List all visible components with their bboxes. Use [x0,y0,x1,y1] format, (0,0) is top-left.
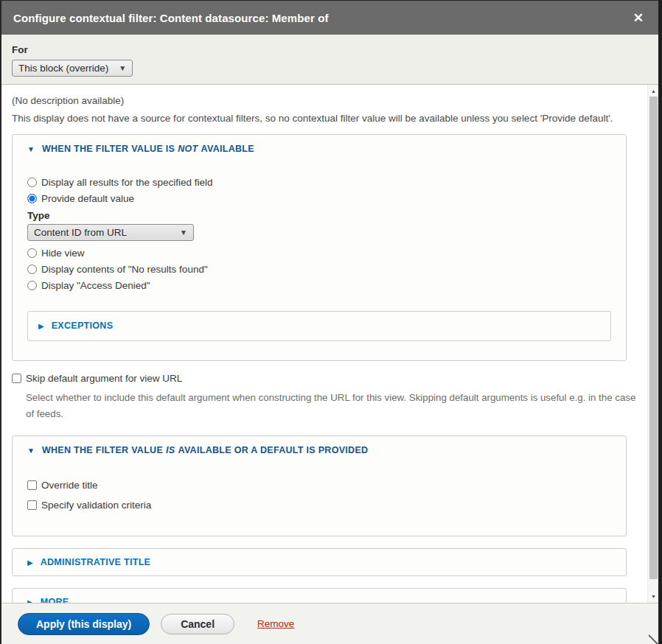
override-title-label: Override title [41,480,98,491]
radio-icon[interactable] [27,281,37,290]
skip-default-argument-label: Skip default argument for view URL [26,373,182,384]
resize-grip-icon[interactable] [649,634,658,644]
expand-arrow-icon: ▶ [27,559,33,567]
type-select-value: Content ID from URL [34,227,127,238]
collapse-arrow-icon: ▼ [27,447,35,455]
fieldset-administrative-title: ▶ ADMINISTRATIVE TITLE [12,548,627,576]
dialog-titlebar: Configure contextual filter: Content dat… [1,1,658,35]
for-label: For [12,44,648,55]
chevron-down-icon: ▼ [180,228,187,237]
collapse-arrow-icon: ▼ [27,145,35,153]
for-section: For This block (override) ▼ [1,35,658,85]
fieldset-exceptions-toggle[interactable]: ▶ EXCEPTIONS [38,321,600,331]
radio-label: Display "Access Denied" [41,280,150,291]
fieldset-not-available-toggle[interactable]: ▼ WHEN THE FILTER VALUE ISNOTAVAILABLE [27,144,611,154]
fieldset-administrative-title-toggle[interactable]: ▶ ADMINISTRATIVE TITLE [27,557,611,567]
radio-option-display-all[interactable]: Display all results for the specified fi… [27,174,611,190]
close-icon[interactable]: ✕ [630,10,647,26]
for-select-value: This block (override) [18,63,108,74]
fieldset-administrative-title-label: ADMINISTRATIVE TITLE [41,557,151,567]
fieldset-more-toggle[interactable]: ▶ MORE [27,597,611,603]
radio-label: Provide default value [41,193,134,204]
specify-validation-label: Specify validation criteria [41,500,151,511]
vertical-scrollbar[interactable]: ▲ ▼ [647,85,658,603]
radio-label: Display contents of "No results found" [41,264,208,275]
fieldset-exceptions: ▶ EXCEPTIONS [27,311,611,341]
dialog-buttonpane: Apply (this display) Cancel Remove [1,603,658,644]
dialog-scroll-region: (No description available) This display … [1,85,658,603]
radio-icon[interactable] [27,178,37,187]
type-label: Type [27,210,611,221]
display-source-note: This display does not have a source for … [12,113,627,124]
radio-checked-icon[interactable] [27,194,37,203]
remove-link[interactable]: Remove [257,618,294,629]
radio-option-hide-view[interactable]: Hide view [27,245,611,261]
checkbox-icon[interactable] [12,374,21,383]
scrollbar-thumb[interactable] [649,97,658,579]
checkbox-icon[interactable] [27,480,37,490]
apply-button[interactable]: Apply (this display) [18,613,150,635]
dialog-title: Configure contextual filter: Content dat… [13,12,329,24]
radio-icon[interactable] [27,265,37,274]
radio-option-no-results[interactable]: Display contents of "No results found" [27,261,611,277]
for-select[interactable]: This block (override) ▼ [12,60,133,77]
fieldset-available-toggle[interactable]: ▼ WHEN THE FILTER VALUEISAVAILABLE OR A … [27,445,611,455]
fieldset-not-available-title: WHEN THE FILTER VALUE ISNOTAVAILABLE [42,144,254,154]
fieldset-more-label: MORE [41,597,69,603]
checkbox-icon[interactable] [27,500,37,510]
fieldset-available-title: WHEN THE FILTER VALUEISAVAILABLE OR A DE… [42,445,369,455]
radio-option-access-denied[interactable]: Display "Access Denied" [27,277,611,293]
fieldset-filter-available: ▼ WHEN THE FILTER VALUEISAVAILABLE OR A … [12,435,627,536]
scroll-down-icon[interactable]: ▼ [648,591,658,602]
specify-validation-checkbox[interactable]: Specify validation criteria [27,495,611,515]
fieldset-exceptions-title: EXCEPTIONS [52,321,114,331]
override-title-checkbox[interactable]: Override title [27,475,611,495]
cancel-button[interactable]: Cancel [161,614,234,634]
radio-option-provide-default[interactable]: Provide default value [27,190,611,206]
radio-label: Display all results for the specified fi… [41,177,213,188]
radio-icon[interactable] [27,248,37,258]
default-type-select[interactable]: Content ID from URL ▼ [27,224,194,241]
chevron-down-icon: ▼ [119,64,126,72]
configure-contextual-filter-dialog: Configure contextual filter: Content dat… [0,0,658,644]
fieldset-filter-not-available: ▼ WHEN THE FILTER VALUE ISNOTAVAILABLE D… [12,134,627,361]
skip-default-argument-description: Select whether to include this default a… [26,390,642,422]
scroll-up-icon[interactable]: ▲ [648,85,658,97]
fieldset-more: ▶ MORE [12,588,627,603]
radio-label: Hide view [41,248,85,259]
skip-default-argument-checkbox[interactable]: Skip default argument for view URL [12,373,627,384]
no-description-text: (No description available) [12,95,627,106]
expand-arrow-icon: ▶ [38,322,44,330]
